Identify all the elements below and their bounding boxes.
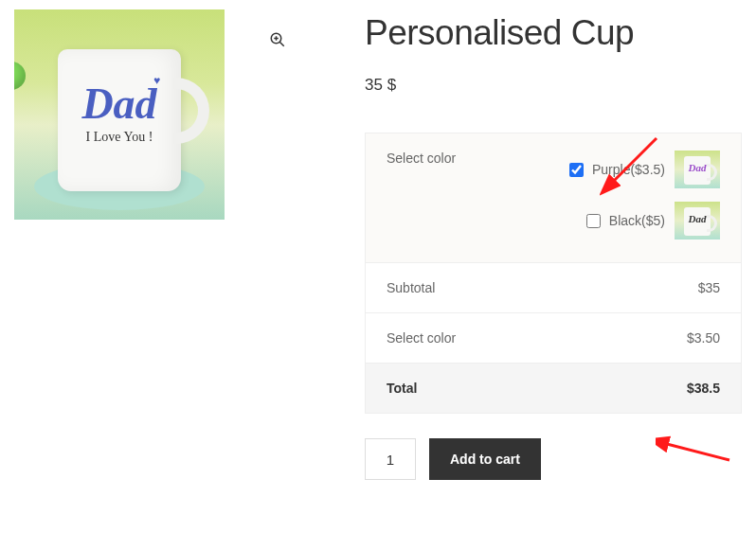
select-color-label: Select color — [387, 151, 566, 166]
total-label: Total — [387, 381, 578, 396]
color-checkbox-purple[interactable] — [569, 163, 584, 177]
subtotal-value: $35 — [578, 280, 720, 295]
color-option-purple[interactable]: Purple($3.5) Dad — [566, 151, 720, 188]
addon-label: Select color — [387, 330, 578, 346]
add-to-cart-button[interactable]: Add to cart — [429, 438, 541, 480]
quantity-input[interactable] — [365, 438, 416, 480]
color-swatch-purple: Dad — [675, 151, 720, 188]
svg-line-1 — [279, 42, 284, 46]
color-label-black: Black($5) — [609, 213, 665, 228]
mug-print-sub: I Love You ! — [58, 130, 181, 145]
zoom-in-icon[interactable] — [264, 27, 291, 53]
subtotal-label: Subtotal — [387, 280, 578, 295]
mug-print-main: Dad — [58, 82, 181, 126]
total-value: $38.5 — [578, 381, 720, 396]
color-label-purple: Purple($3.5) — [592, 162, 665, 177]
product-title: Personalised Cup — [365, 13, 742, 53]
product-main-image[interactable]: ♥ Dad I Love You ! — [14, 9, 225, 220]
color-option-black[interactable]: Black($5) Dad — [566, 202, 720, 240]
addon-value: $3.50 — [578, 330, 720, 346]
options-panel: Select color Purple($3.5) Dad Black($5) … — [365, 133, 742, 414]
color-swatch-black: Dad — [675, 202, 720, 240]
product-price: 35 $ — [365, 76, 742, 95]
color-checkbox-black[interactable] — [586, 214, 601, 228]
